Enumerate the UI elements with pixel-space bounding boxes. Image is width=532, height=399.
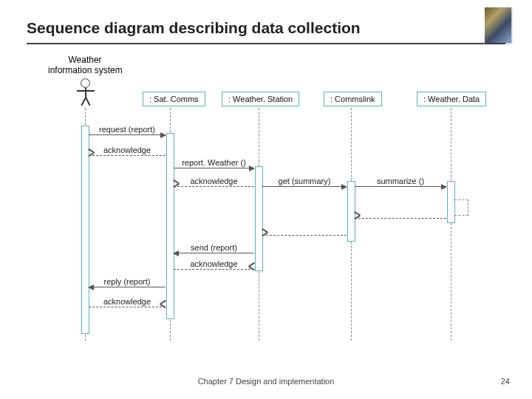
label-send: send (report) [191,243,237,252]
msg-summarize: summarize () [355,186,446,187]
participant-weatherstation: : Weather. Station [222,92,299,106]
msg-return-cl [262,235,347,236]
label-ack2: acknowledge [190,177,237,185]
arrowhead-left-icon [88,284,94,290]
actor-label-2: information system [48,65,122,75]
weatherdata-self-return [454,200,468,216]
weatherstation-activation [255,166,263,271]
label-reply: reply (report) [104,277,151,286]
label-ack4: acknowledge [103,297,151,306]
arrowhead-right-icon [341,184,347,190]
book-cover-image [485,7,511,43]
participant-satcomms: : Sat. Comms [143,92,205,106]
label-ack3: acknowledge [190,259,237,268]
msg-ack3: acknowledge [174,269,254,270]
msg-reply: reply (report) [89,287,166,287]
arrowhead-right-icon [160,132,166,138]
arrowhead-right-icon [441,184,447,190]
msg-ack1: acknowledge [89,155,166,156]
page-number: 24 [501,377,510,386]
label-request: request (report) [99,125,155,134]
label-reportweather: report. Weather () [182,158,246,167]
satcomms-activation [166,133,174,319]
msg-reportweather: report. Weather () [174,168,254,168]
msg-ack2: acknowledge [174,186,254,187]
msg-return-wd [355,218,446,219]
actor-activation [81,126,89,334]
label-ack1: acknowledge [103,146,151,154]
msg-request: request (report) [89,134,166,135]
page-title: Sequence diagram describing data collect… [27,19,361,37]
msg-ack4: acknowledge [89,307,166,307]
msg-send: send (report) [174,253,254,253]
participant-commslink: : Commslink [324,92,382,106]
sequence-diagram: Weather information system : Sat. Comms … [22,52,510,362]
arrowhead-left-icon [173,250,179,256]
label-summarize: summarize () [377,177,424,185]
actor-label-1: Weather [48,55,122,65]
label-getsummary: get (summary) [279,177,331,185]
actor-label: Weather information system [48,55,122,75]
footer-text: Chapter 7 Design and implementation [0,377,532,386]
title-rule [27,43,505,44]
msg-getsummary: get (summary) [262,186,347,187]
weatherdata-lifeline [451,108,451,341]
arrowhead-right-icon [249,166,255,171]
participant-weatherdata: : Weather. Data [417,92,486,106]
